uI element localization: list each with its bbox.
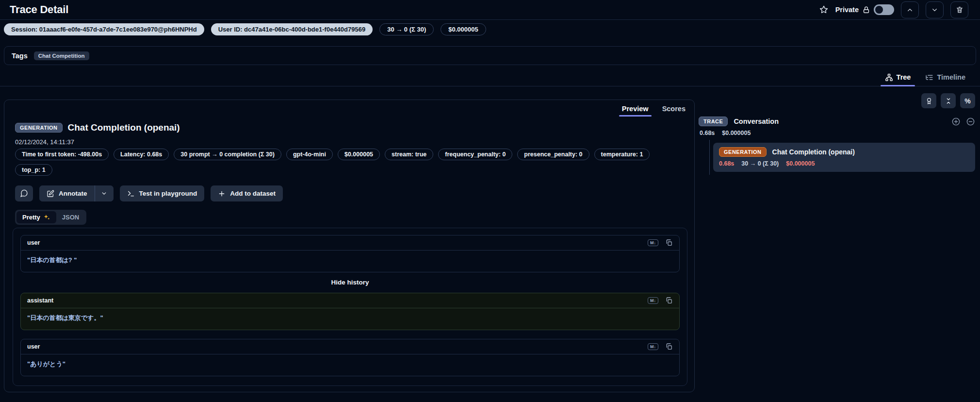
next-trace-button[interactable] (926, 1, 944, 18)
observation-actions: Annotate Test in playground (15, 185, 283, 201)
playground-label: Test in playground (139, 190, 197, 197)
plus-icon (218, 190, 226, 198)
lock-icon (862, 6, 870, 14)
generation-latency: 0.68s (719, 160, 734, 167)
trace-type-badge: TRACE (699, 117, 728, 126)
format-json-label: JSON (62, 214, 79, 221)
user-id-badge[interactable]: User ID: dc47a41e-06bc-400d-bde1-f0e440d… (211, 23, 373, 35)
copy-icon[interactable] (665, 239, 673, 247)
delete-trace-button[interactable] (950, 1, 968, 18)
message-role: user (27, 239, 40, 246)
tab-scores[interactable]: Scores (662, 105, 686, 116)
toggle-knob (875, 6, 883, 14)
tree-toolbar: % (699, 93, 975, 108)
generation-node-stats: 0.68s 30 → 0 (Σ 30) $0.000005 (719, 160, 969, 167)
percent-icon: % (964, 97, 970, 105)
annotate-split-button: Annotate (39, 185, 114, 201)
scores-toggle-button[interactable] (921, 93, 936, 108)
tree-zoom-controls (951, 117, 975, 126)
annotate-button[interactable]: Annotate (39, 185, 95, 201)
copy-icon[interactable] (665, 343, 673, 351)
trace-cost: $0.000005 (722, 130, 751, 136)
sparkles-icon (43, 214, 50, 221)
copy-icon[interactable] (665, 297, 673, 304)
format-pretty-segment[interactable]: Pretty (16, 211, 56, 223)
collapse-node-button[interactable] (966, 117, 975, 126)
comment-button[interactable] (15, 185, 33, 201)
terminal-icon (127, 190, 135, 198)
test-in-playground-button[interactable]: Test in playground (120, 185, 205, 201)
privacy-toggle[interactable] (874, 4, 894, 15)
tab-preview[interactable]: Preview (622, 105, 649, 116)
observation-panel: Preview Scores GENERATION Chat Completio… (4, 100, 695, 392)
award-icon (925, 97, 933, 105)
tab-timeline[interactable]: Timeline (925, 68, 965, 86)
message-content: "日本の首都は? " (21, 251, 679, 272)
markdown-toggle-icon[interactable]: M↓ (648, 297, 658, 304)
observation-header: GENERATION Chat Completion (openai) (15, 122, 180, 133)
hide-history-button[interactable]: Hide history (20, 272, 680, 293)
spacer (20, 330, 680, 339)
annotate-label: Annotate (59, 190, 87, 197)
metric-pill-latency: Latency: 0.68s (114, 149, 169, 160)
generation-node-selected[interactable]: GENERATION Chat Completion (openai) 0.68… (713, 143, 975, 172)
metric-pill-top-p: top_p: 1 (15, 164, 52, 176)
format-json-segment[interactable]: JSON (56, 211, 85, 223)
tab-tree[interactable]: Tree (885, 68, 911, 86)
tree-icon (885, 73, 893, 82)
trace-name: Conversation (734, 117, 779, 125)
metric-pill-model[interactable]: gpt-4o-mini (286, 149, 333, 160)
trash-icon (956, 6, 964, 14)
generation-node-title: Chat Completion (openai) (772, 148, 855, 156)
add-to-dataset-button[interactable]: Add to dataset (211, 185, 283, 201)
page-title: Trace Detail (10, 3, 68, 16)
generation-cost: $0.000005 (786, 160, 815, 167)
metric-pill-stream: stream: true (385, 149, 433, 160)
token-count-badge: 30 → 0 (Σ 30) (379, 23, 434, 35)
format-pretty-label: Pretty (22, 214, 40, 221)
trace-detail-page: Trace Detail Private (0, 0, 980, 402)
message-tools: M↓ (648, 239, 673, 247)
trace-node[interactable]: TRACE Conversation (699, 117, 975, 126)
format-toggle: Pretty JSON (15, 210, 86, 225)
tab-timeline-label: Timeline (937, 73, 965, 81)
session-badge[interactable]: Session: 01aaacf6-e0fe-457d-a7de-7c1ee08… (4, 23, 204, 35)
message-content: "ありがとう" (21, 354, 679, 376)
tab-tree-label: Tree (897, 73, 911, 81)
star-icon[interactable] (819, 5, 829, 15)
generation-type-badge: GENERATION (15, 123, 63, 133)
markdown-toggle-icon[interactable]: M↓ (648, 239, 658, 246)
metrics-toggle-button[interactable]: % (960, 93, 975, 108)
message-header: user M↓ (21, 339, 679, 354)
metric-pill-cost: $0.000005 (338, 149, 380, 160)
fold-vertical-icon (945, 97, 952, 105)
message-header: assistant M↓ (21, 293, 679, 308)
markdown-toggle-icon[interactable]: M↓ (648, 343, 658, 350)
message-user-2: user M↓ "ありがとう" (20, 339, 680, 376)
generation-node-badge: GENERATION (719, 147, 767, 157)
chevron-up-icon (906, 6, 914, 14)
message-role: assistant (27, 297, 53, 304)
message-header: user M↓ (21, 235, 679, 251)
collapse-all-button[interactable] (941, 93, 956, 108)
message-assistant: assistant M↓ "日本の首都は東京です。" (20, 293, 680, 330)
expand-node-button[interactable] (951, 117, 961, 126)
metric-pill-presence-penalty: presence_penalty: 0 (517, 149, 589, 160)
observation-metrics: Time to first token: -498.00s Latency: 0… (15, 149, 668, 176)
generation-tokens: 30 → 0 (Σ 30) (741, 160, 779, 167)
annotate-dropdown-button[interactable] (95, 185, 114, 201)
tree-children: GENERATION Chat Completion (openai) 0.68… (699, 143, 975, 172)
prev-trace-button[interactable] (901, 1, 919, 18)
add-to-dataset-label: Add to dataset (230, 190, 276, 197)
page-header: Trace Detail Private (0, 0, 980, 20)
trace-tree-panel: % TRACE Conversation 0.68s $ (699, 93, 975, 172)
metric-pill-tokens: 30 prompt → 0 completion (Σ 30) (174, 149, 281, 160)
metric-pill-temperature: temperature: 1 (594, 149, 650, 160)
tag-chip[interactable]: Chat Competition (34, 51, 89, 60)
privacy-control: Private (835, 4, 894, 15)
cost-badge: $0.000005 (441, 23, 486, 35)
circle-minus-icon (966, 117, 975, 126)
timeline-icon (925, 73, 933, 82)
message-tools: M↓ (648, 297, 673, 304)
observation-timestamp: 02/12/2024, 14:11:37 (15, 138, 74, 146)
